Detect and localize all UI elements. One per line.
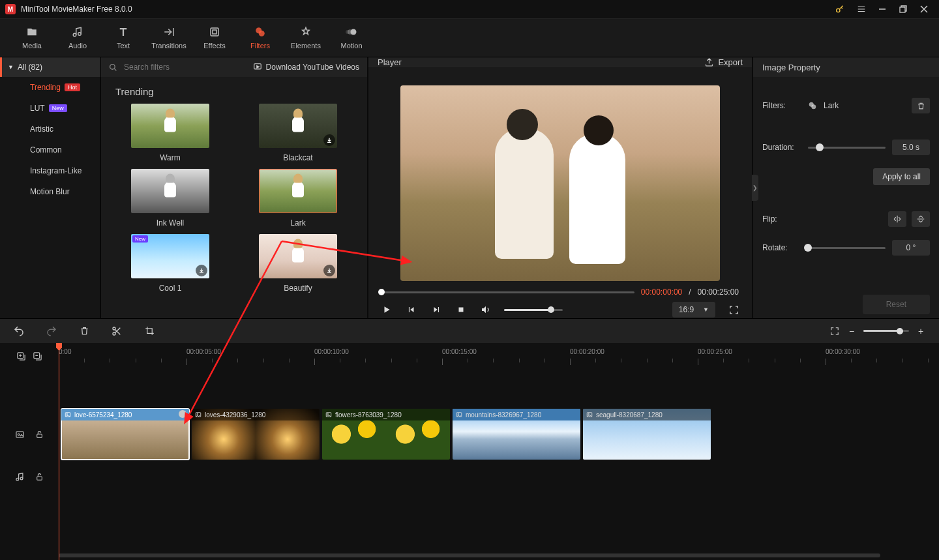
flip-vertical-button[interactable] [912,211,930,227]
image-icon [456,411,462,418]
tab-effects[interactable]: Effects [192,22,237,53]
aspect-value: 16:9 [679,305,694,314]
license-key-icon[interactable] [835,4,845,14]
timeline-scrollbar[interactable] [0,553,939,560]
category-item-lut[interactable]: LUTNew [0,98,100,119]
tab-filters[interactable]: Filters [237,22,283,53]
panel-expand-handle[interactable]: ❯ [752,175,758,201]
reset-button[interactable]: Reset [863,295,930,314]
filter-card-blackcat[interactable]: Blackcat [243,104,353,162]
add-track-button[interactable] [16,351,26,361]
duration-value[interactable]: 5.0 s [892,140,930,155]
clip-header: mountains-8326967_1280 [453,409,580,420]
aspect-ratio-select[interactable]: 16:9 ▼ [672,302,715,317]
filter-card-warm[interactable]: Warm [115,104,225,162]
scrub-slider[interactable] [381,291,634,293]
clip[interactable]: loves-4329036_1280 [192,409,320,460]
tab-elements[interactable]: Elements [283,22,329,53]
svg-rect-25 [37,476,42,479]
category-item-motion-blur[interactable]: Motion Blur [0,181,100,202]
svg-point-3 [78,33,82,36]
timeline-ruler[interactable]: 0:0000:00:05:0000:00:10:0000:00:15:0000:… [0,343,939,369]
zoom-in-button[interactable]: + [916,326,926,336]
redo-button[interactable] [46,325,57,337]
download-youtube-link[interactable]: Download YouTube Videos [253,63,359,72]
prev-frame-button[interactable] [405,303,418,316]
tab-audio[interactable]: Audio [55,22,100,53]
category-all-header[interactable]: ▼ All (82) [0,57,100,77]
clip-header: love-6575234_1280 [61,409,189,420]
svg-point-33 [458,413,459,415]
svg-point-21 [18,434,20,435]
category-item-common[interactable]: Common [0,140,100,160]
app-title: MiniTool MovieMaker Free 8.0.0 [21,5,835,14]
category-item-artistic[interactable]: Artistic [0,119,100,140]
image-icon [195,411,201,418]
hamburger-menu-icon[interactable] [852,1,871,17]
duration-slider[interactable] [808,147,886,149]
download-icon[interactable] [196,265,207,276]
flip-horizontal-button[interactable] [888,211,906,227]
volume-icon[interactable] [479,303,492,316]
download-icon[interactable] [323,134,335,146]
apply-to-all-button[interactable]: Apply to all [873,168,930,185]
crop-button[interactable] [143,325,155,337]
export-button[interactable]: Export [704,57,743,67]
rotate-value[interactable]: 0 ° [892,240,930,256]
elements-icon [300,26,312,38]
audio-track-lock-icon[interactable] [35,473,44,481]
filter-card-ink-well[interactable]: Ink Well [115,169,225,228]
minimize-button[interactable] [872,1,892,17]
category-label: LUT [30,104,45,113]
filter-card-lark[interactable]: Lark [243,169,353,228]
delete-filter-button[interactable] [912,98,930,113]
tab-media[interactable]: Media [9,22,55,53]
split-button[interactable] [111,325,123,337]
maximize-button[interactable] [893,1,913,17]
play-button[interactable] [380,303,393,316]
tab-motion[interactable]: Motion [329,22,374,53]
zoom-slider[interactable] [863,330,909,332]
hot-badge: Hot [65,83,80,91]
svg-rect-22 [37,434,42,437]
video-track-lock-icon[interactable] [35,430,44,439]
search-icon [109,63,117,72]
svg-point-11 [110,64,115,69]
zoom-fit-button[interactable] [829,326,840,336]
clip[interactable]: love-6575234_1280 [61,409,189,460]
clip-name: mountains-8326967_1280 [466,411,541,419]
remove-track-button[interactable] [33,351,42,361]
filter-card-cool-1[interactable]: New Cool 1 [115,234,225,293]
image-icon [325,411,332,418]
video-track[interactable]: love-6575234_1280 loves-4329036_1280 flo… [59,408,939,460]
fullscreen-button[interactable] [727,303,740,316]
undo-button[interactable] [13,325,25,337]
clip[interactable]: mountains-8326967_1280 [453,409,580,460]
category-item-instagram-like[interactable]: Instagram-Like [0,160,100,181]
playhead[interactable] [59,343,59,560]
search-input[interactable] [124,63,246,72]
clip[interactable]: seagull-8320687_1280 [583,409,711,460]
titlebar: M MiniTool MovieMaker Free 8.0.0 [0,0,939,18]
close-button[interactable] [914,1,934,17]
filter-card-beautify[interactable]: Beautify [243,234,353,293]
category-item-trending[interactable]: TrendingHot [0,77,100,98]
zoom-out-button[interactable]: − [846,326,857,336]
audio-track[interactable] [59,460,939,493]
download-icon[interactable] [323,265,335,276]
stop-button[interactable] [455,303,468,316]
flip-label: Flip: [762,214,801,224]
clip[interactable]: flowers-8763039_1280 [322,409,450,460]
filter-thumbnail: New [131,234,209,278]
filter-thumbnail [259,234,337,278]
player-title: Player [378,57,402,67]
delete-button[interactable] [78,325,90,337]
svg-point-23 [16,478,19,480]
tab-transitions[interactable]: Transitions [146,22,192,53]
video-preview[interactable] [400,85,720,281]
filter-thumbnail [259,169,337,213]
volume-slider[interactable] [504,309,563,311]
next-frame-button[interactable] [430,303,443,316]
tab-text[interactable]: Text [100,22,146,53]
rotate-slider[interactable] [808,247,886,249]
